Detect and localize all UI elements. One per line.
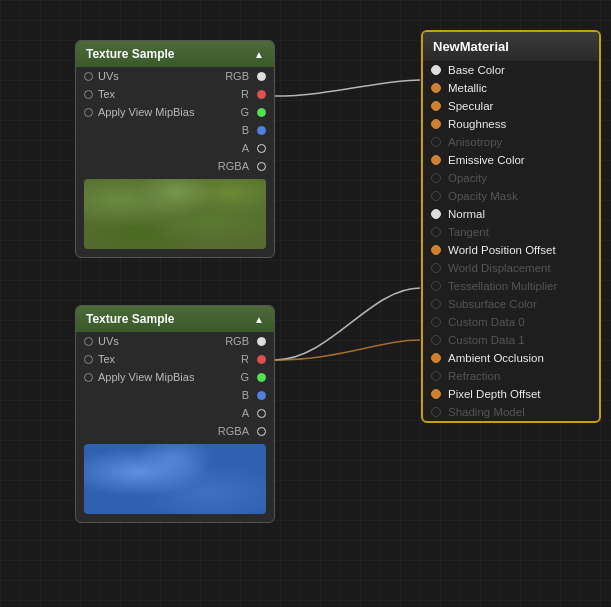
mat-pin-anisotropy <box>431 137 441 147</box>
g-label-2: G <box>240 371 249 383</box>
mat-row-normal[interactable]: Normal <box>423 205 599 223</box>
pin-rgb-right-2[interactable] <box>257 337 266 346</box>
mat-pin-emissive <box>431 155 441 165</box>
node-collapse-2[interactable]: ▲ <box>254 314 264 325</box>
node-title-2: Texture Sample <box>86 312 174 326</box>
mat-row-world-pos[interactable]: World Position Offset <box>423 241 599 259</box>
mat-pin-normal <box>431 209 441 219</box>
tex-label-1: Tex <box>98 88 115 100</box>
mat-label-base-color: Base Color <box>448 64 505 76</box>
mat-pin-tess <box>431 281 441 291</box>
uvs-label-2: UVs <box>98 335 119 347</box>
mat-label-metallic: Metallic <box>448 82 487 94</box>
mat-label-subsurface: Subsurface Color <box>448 298 537 310</box>
mat-label-tangent: Tangent <box>448 226 489 238</box>
mat-label-custom0: Custom Data 0 <box>448 316 525 328</box>
node-row-tex-1: Tex R <box>76 85 274 103</box>
mat-label-world-disp: World Displacement <box>448 262 551 274</box>
pin-uvs-left-2[interactable] <box>84 337 93 346</box>
mat-label-world-pos: World Position Offset <box>448 244 556 256</box>
material-title: NewMaterial <box>433 39 509 54</box>
mat-label-refraction: Refraction <box>448 370 500 382</box>
node-title-1: Texture Sample <box>86 47 174 61</box>
mat-pin-world-pos <box>431 245 441 255</box>
mat-row-pdo[interactable]: Pixel Depth Offset <box>423 385 599 403</box>
node-row-mip-2: Apply View MipBias G <box>76 368 274 386</box>
mat-label-pdo: Pixel Depth Offset <box>448 388 540 400</box>
mat-row-tess[interactable]: Tessellation Multiplier <box>423 277 599 295</box>
mat-label-normal: Normal <box>448 208 485 220</box>
mat-row-emissive[interactable]: Emissive Color <box>423 151 599 169</box>
mat-row-specular[interactable]: Specular <box>423 97 599 115</box>
mat-pin-custom0 <box>431 317 441 327</box>
pin-g-right-1[interactable] <box>257 108 266 117</box>
pin-tex-left-1[interactable] <box>84 90 93 99</box>
mat-row-roughness[interactable]: Roughness <box>423 115 599 133</box>
mat-label-ao: Ambient Occlusion <box>448 352 544 364</box>
mat-row-base-color[interactable]: Base Color <box>423 61 599 79</box>
preview-grass-1 <box>84 179 266 249</box>
mip-label-1: Apply View MipBias <box>98 106 194 118</box>
rgba-label-1: RGBA <box>218 160 249 172</box>
node-row-rgba-2: RGBA <box>76 422 274 440</box>
pin-g-right-2[interactable] <box>257 373 266 382</box>
mat-row-opacity[interactable]: Opacity <box>423 169 599 187</box>
pin-a-right-1[interactable] <box>257 144 266 153</box>
mat-row-anisotropy[interactable]: Anisotropy <box>423 133 599 151</box>
node-row-a-1: A <box>76 139 274 157</box>
mat-label-opacity-mask: Opacity Mask <box>448 190 518 202</box>
pin-tex-left-2[interactable] <box>84 355 93 364</box>
preview-blue-2 <box>84 444 266 514</box>
node-row-b-1: B <box>76 121 274 139</box>
pin-b-right-2[interactable] <box>257 391 266 400</box>
node-row-tex-2: Tex R <box>76 350 274 368</box>
mat-pin-base-color <box>431 65 441 75</box>
mat-label-roughness: Roughness <box>448 118 506 130</box>
r-label-1: R <box>241 88 249 100</box>
node-row-uvs-2: UVs RGB <box>76 332 274 350</box>
mat-label-tess: Tessellation Multiplier <box>448 280 557 292</box>
mat-row-custom1[interactable]: Custom Data 1 <box>423 331 599 349</box>
mat-pin-roughness <box>431 119 441 129</box>
b-label-2: B <box>242 389 249 401</box>
mat-label-emissive: Emissive Color <box>448 154 525 166</box>
pin-a-right-2[interactable] <box>257 409 266 418</box>
mat-row-opacity-mask[interactable]: Opacity Mask <box>423 187 599 205</box>
node-row-a-2: A <box>76 404 274 422</box>
texture-sample-node-1[interactable]: Texture Sample ▲ UVs RGB Tex R Apply Vie… <box>75 40 275 258</box>
pin-rgba-right-1[interactable] <box>257 162 266 171</box>
mat-row-world-disp[interactable]: World Displacement <box>423 259 599 277</box>
texture-sample-node-2[interactable]: Texture Sample ▲ UVs RGB Tex R Apply Vie… <box>75 305 275 523</box>
mat-row-tangent[interactable]: Tangent <box>423 223 599 241</box>
mat-row-refraction[interactable]: Refraction <box>423 367 599 385</box>
mat-row-custom0[interactable]: Custom Data 0 <box>423 313 599 331</box>
node-preview-1 <box>84 179 266 249</box>
pin-rgb-right-1[interactable] <box>257 72 266 81</box>
mat-pin-specular <box>431 101 441 111</box>
mat-label-custom1: Custom Data 1 <box>448 334 525 346</box>
node-row-uvs-1: UVs RGB <box>76 67 274 85</box>
node-row-rgba-1: RGBA <box>76 157 274 175</box>
pin-mip-left-1[interactable] <box>84 108 93 117</box>
node-collapse-1[interactable]: ▲ <box>254 49 264 60</box>
mat-row-subsurface[interactable]: Subsurface Color <box>423 295 599 313</box>
node-row-mip-1: Apply View MipBias G <box>76 103 274 121</box>
mat-row-metallic[interactable]: Metallic <box>423 79 599 97</box>
pin-r-right-1[interactable] <box>257 90 266 99</box>
mat-pin-tangent <box>431 227 441 237</box>
pin-b-right-1[interactable] <box>257 126 266 135</box>
a-label-2: A <box>242 407 249 419</box>
node-row-b-2: B <box>76 386 274 404</box>
mat-row-ao[interactable]: Ambient Occlusion <box>423 349 599 367</box>
pin-uvs-left-1[interactable] <box>84 72 93 81</box>
rgba-label-2: RGBA <box>218 425 249 437</box>
rgb-label-1: RGB <box>225 70 249 82</box>
mat-pin-custom1 <box>431 335 441 345</box>
mat-pin-refraction <box>431 371 441 381</box>
pin-rgba-right-2[interactable] <box>257 427 266 436</box>
mat-label-anisotropy: Anisotropy <box>448 136 502 148</box>
b-label-1: B <box>242 124 249 136</box>
pin-mip-left-2[interactable] <box>84 373 93 382</box>
mat-row-shading[interactable]: Shading Model <box>423 403 599 421</box>
pin-r-right-2[interactable] <box>257 355 266 364</box>
